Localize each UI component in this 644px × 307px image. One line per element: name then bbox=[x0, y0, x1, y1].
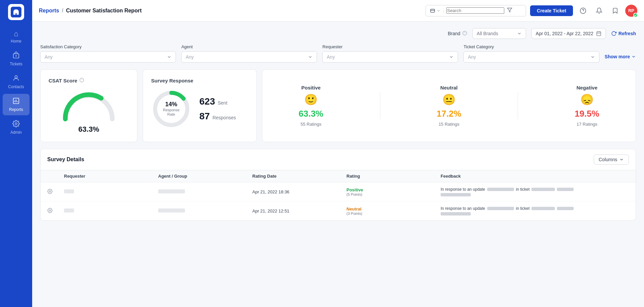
calendar-icon bbox=[596, 31, 601, 36]
breadcrumb-reports-link[interactable]: Reports bbox=[39, 8, 59, 14]
positive-count: 55 Ratings bbox=[301, 122, 321, 127]
search-filter-icon[interactable] bbox=[507, 7, 512, 14]
response-rate-pct: 14% bbox=[163, 101, 180, 108]
agent-filter: Agent Any bbox=[181, 44, 317, 63]
sidebar-item-reports-label: Reports bbox=[9, 107, 23, 112]
row2-feedback-blurred4 bbox=[441, 212, 471, 216]
search-type-select[interactable] bbox=[430, 8, 444, 13]
row1-feedback-blurred4 bbox=[441, 193, 471, 196]
positive-label: Positive bbox=[301, 85, 321, 90]
search-input[interactable] bbox=[446, 7, 504, 14]
row1-feedback-line2 bbox=[441, 193, 629, 196]
row1-rating-type: Positive bbox=[346, 187, 441, 192]
refresh-button[interactable]: Refresh bbox=[611, 31, 636, 36]
sent-label: Sent bbox=[218, 100, 228, 106]
agent-group-blurred bbox=[158, 189, 185, 193]
csat-info-icon[interactable] bbox=[79, 78, 84, 83]
satisfaction-category-select[interactable]: Any bbox=[40, 51, 176, 63]
row2-settings[interactable] bbox=[47, 208, 64, 214]
col-agent-group-header: Agent / Group bbox=[158, 174, 252, 179]
notifications-button[interactable] bbox=[593, 5, 605, 17]
survey-content: 14% ResponseRate 623 Sent 87 Responses bbox=[151, 89, 248, 129]
topbar-icons: RP bbox=[577, 5, 637, 17]
sent-stat: 623 Sent bbox=[199, 96, 236, 107]
date-range-filter[interactable]: Apr 01, 2022 - Apr 22, 2022 bbox=[531, 28, 606, 39]
agent-value: Any bbox=[186, 54, 308, 60]
date-range-value: Apr 01, 2022 - Apr 22, 2022 bbox=[536, 31, 593, 36]
chevron-down-icon bbox=[449, 55, 454, 59]
brand-select-chevron bbox=[517, 31, 522, 36]
avatar[interactable]: RP bbox=[625, 5, 637, 17]
brand-select[interactable]: All Brands bbox=[472, 28, 526, 39]
avatar-initials: RP bbox=[628, 8, 634, 13]
refresh-icon bbox=[611, 31, 617, 36]
divider bbox=[380, 93, 380, 119]
sidebar-item-reports[interactable]: Reports bbox=[3, 94, 29, 115]
donut-chart: 14% ResponseRate bbox=[151, 89, 191, 129]
neutral-emoji: 😐 bbox=[442, 93, 456, 106]
negative-pct: 19.5% bbox=[575, 109, 599, 119]
responses-label: Responses bbox=[212, 115, 236, 120]
agent-select[interactable]: Any bbox=[181, 51, 317, 63]
bookmark-button[interactable] bbox=[609, 5, 621, 17]
row1-rating-date: Apr 21, 2022 18:36 bbox=[252, 189, 346, 194]
svg-point-9 bbox=[15, 123, 17, 125]
refresh-label: Refresh bbox=[619, 31, 636, 36]
gauge-svg bbox=[59, 89, 119, 122]
requester-select[interactable]: Any bbox=[322, 51, 458, 63]
table-row: Apr 21, 2022 12:51 Neutral (3 Points) In… bbox=[41, 201, 636, 220]
row1-feedback-suffix: in ticket bbox=[516, 187, 530, 192]
sidebar-item-tickets[interactable]: Tickets bbox=[3, 48, 29, 70]
row2-feedback: In response to an update in ticket bbox=[441, 206, 629, 216]
col-requester-header: Requester bbox=[64, 174, 158, 179]
donut-center: 14% ResponseRate bbox=[163, 101, 180, 117]
chevron-down-icon bbox=[590, 55, 595, 59]
row1-settings[interactable] bbox=[47, 189, 64, 195]
topbar: Reports / Customer Satisfaction Report bbox=[32, 0, 644, 21]
neutral-pct: 17.2% bbox=[437, 109, 461, 119]
col-rating-header: Rating bbox=[346, 174, 441, 179]
divider bbox=[518, 93, 518, 119]
row2-feedback-blurred1 bbox=[487, 207, 514, 210]
negative-count: 17 Ratings bbox=[577, 122, 597, 127]
show-more-button[interactable]: Show more bbox=[605, 54, 636, 63]
satisfaction-category-value: Any bbox=[45, 54, 167, 60]
sidebar-item-home[interactable]: ⌂ Home bbox=[3, 27, 29, 47]
chevron-down-icon bbox=[308, 55, 313, 59]
positive-emoji: 🙂 bbox=[304, 93, 318, 106]
details-title: Survey Details bbox=[47, 157, 84, 163]
columns-button[interactable]: Columns bbox=[594, 155, 629, 165]
page-content: Brand All Brands Apr 01, 2022 - Apr 22, … bbox=[32, 21, 644, 307]
neutral-rating: Neutral 😐 17.2% 15 Ratings bbox=[437, 85, 461, 127]
create-ticket-button[interactable]: Create Ticket bbox=[530, 5, 573, 16]
sent-count: 623 bbox=[199, 96, 215, 107]
svg-marker-12 bbox=[508, 8, 512, 12]
survey-details-card: Survey Details Columns Requester Agent /… bbox=[40, 149, 636, 221]
breadcrumb: Reports / Customer Satisfaction Report bbox=[39, 8, 422, 14]
agent-group-blurred bbox=[158, 208, 185, 212]
brand-info-icon[interactable] bbox=[462, 31, 467, 37]
row2-agent-group bbox=[158, 208, 252, 213]
agent-label: Agent bbox=[181, 44, 317, 49]
csat-card-title: CSAT Score bbox=[49, 78, 129, 83]
sidebar-item-admin[interactable]: Admin bbox=[3, 117, 29, 138]
row1-feedback-blurred3 bbox=[557, 188, 574, 191]
row1-rating: Positive (5 Points) bbox=[346, 187, 441, 196]
top-filter-bar: Brand All Brands Apr 01, 2022 - Apr 22, … bbox=[40, 28, 636, 39]
row2-feedback-line1: In response to an update in ticket bbox=[441, 206, 629, 211]
positive-rating: Positive 🙂 63.3% 55 Ratings bbox=[299, 85, 323, 127]
row1-feedback-cell: In response to an update in ticket bbox=[441, 187, 629, 196]
app-logo[interactable] bbox=[8, 4, 24, 20]
negative-emoji: 😞 bbox=[580, 93, 594, 106]
requester-blurred bbox=[64, 189, 74, 193]
negative-rating: Negative 😞 19.5% 17 Ratings bbox=[575, 85, 599, 127]
sidebar-item-tickets-label: Tickets bbox=[10, 62, 22, 66]
sidebar-item-contacts[interactable]: Contacts bbox=[3, 71, 29, 93]
requester-filter: Requester Any bbox=[322, 44, 458, 63]
ticket-category-select[interactable]: Any bbox=[463, 51, 599, 63]
row2-rating-points: (3 Points) bbox=[346, 211, 441, 216]
neutral-count: 15 Ratings bbox=[439, 122, 459, 127]
help-button[interactable] bbox=[577, 5, 589, 17]
columns-label: Columns bbox=[599, 157, 617, 162]
row1-feedback: In response to an update in ticket bbox=[441, 187, 629, 196]
